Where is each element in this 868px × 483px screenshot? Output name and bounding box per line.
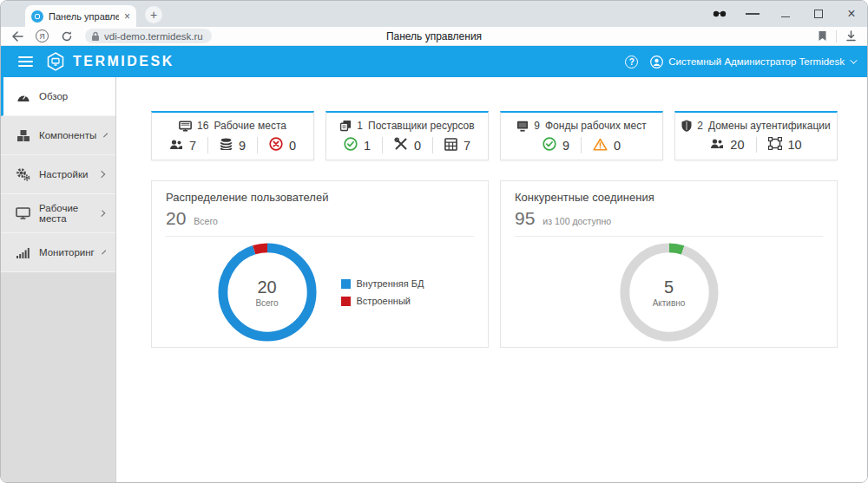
legend-label: Внутренняя БД xyxy=(357,278,424,289)
tab-close-icon[interactable]: × xyxy=(124,11,130,22)
downloads-icon[interactable] xyxy=(845,30,857,42)
stat-total-table: 7 xyxy=(432,137,482,153)
user-name: Системный Администратор Termidesk xyxy=(668,56,845,67)
donut-center: 5 Активно xyxy=(618,241,720,343)
donut-chart-users: 20 Всего xyxy=(216,241,319,343)
stat-card-auth-domains: 2 Домены аутентификации 20 xyxy=(674,111,838,160)
stack-icon xyxy=(220,138,233,153)
chevron-right-icon xyxy=(98,171,105,178)
donut-center-value: 20 xyxy=(257,277,276,297)
stat-value: 1 xyxy=(364,139,371,153)
sidebar-label: Мониторинг xyxy=(39,247,95,258)
user-menu[interactable]: Системный Администратор Termidesk xyxy=(650,55,855,69)
refresh-icon[interactable] xyxy=(61,30,73,42)
stat-groups: 10 xyxy=(756,137,813,153)
sidebar-item-monitoring[interactable]: Мониторинг xyxy=(1,233,115,272)
sidebar-item-settings[interactable]: Настройки xyxy=(1,155,115,194)
lock-icon xyxy=(91,31,100,42)
termidesk-logo: TERMIDESK xyxy=(45,51,174,72)
stat-value: 7 xyxy=(189,139,196,153)
stat-values: 9 0 xyxy=(501,137,662,153)
chart-title: Распределение пользователей xyxy=(166,191,474,204)
termidesk-favicon-icon xyxy=(31,10,43,23)
tools-icon xyxy=(394,137,408,153)
main-content: 16 Рабочие места 7 xyxy=(116,77,867,483)
address-bar[interactable]: vdi-demo.termidesk.ru xyxy=(85,29,212,43)
error-circle-icon xyxy=(269,137,283,153)
legend-item: Внутренняя БД xyxy=(341,278,424,289)
stat-label: Поставщики ресурсов xyxy=(368,120,475,132)
new-tab-button[interactable]: + xyxy=(145,6,162,23)
chart-body: 20 Всего Внутренняя БД Встроенны xyxy=(166,237,474,348)
legend-item: Встроенный xyxy=(341,296,424,306)
hamburger-menu-icon[interactable] xyxy=(18,54,33,69)
stat-card-title: 16 Рабочие места xyxy=(152,120,313,132)
maximize-button[interactable] xyxy=(812,7,825,21)
app-body: Обзор Компоненты Настройки xyxy=(1,77,867,483)
sidebar: Обзор Компоненты Настройки xyxy=(1,77,116,483)
stat-value: 0 xyxy=(289,139,296,153)
summary-label: из 100 доступно xyxy=(542,216,611,226)
avatar-icon xyxy=(650,55,663,69)
minimize-button[interactable] xyxy=(779,7,792,21)
donut-center-label: Активно xyxy=(653,298,686,308)
legend-label: Встроенный xyxy=(357,296,411,306)
check-circle-icon xyxy=(542,137,556,153)
back-button[interactable] xyxy=(11,31,23,42)
sidebar-item-components[interactable]: Компоненты xyxy=(1,116,115,155)
sidebar-item-workplaces[interactable]: Рабочие места xyxy=(1,194,115,233)
summary-value: 20 xyxy=(166,208,186,229)
stat-count: 16 xyxy=(197,120,208,132)
stat-users: 7 xyxy=(158,137,207,153)
bar-chart-icon xyxy=(16,247,30,258)
sidebar-label: Рабочие места xyxy=(39,203,91,224)
object-group-icon xyxy=(768,137,782,153)
logo-text: TERMIDESK xyxy=(73,54,174,69)
warning-icon xyxy=(593,138,608,153)
chevron-down-icon xyxy=(850,56,857,63)
stat-count: 2 xyxy=(697,120,703,132)
stat-label: Фонды рабочих мест xyxy=(545,120,647,132)
navbar-divider xyxy=(836,30,837,42)
browser-logo-icon[interactable]: Я xyxy=(36,29,49,42)
donut-chart-connections: 5 Активно xyxy=(618,241,720,343)
url-text: vdi-demo.termidesk.ru xyxy=(104,31,203,42)
users-icon xyxy=(710,138,724,152)
stat-label: Рабочие места xyxy=(214,120,286,132)
stat-card-workplaces: 16 Рабочие места 7 xyxy=(151,111,314,160)
header-right: ? Системный Администратор Termidesk xyxy=(625,55,855,69)
incognito-glasses-icon xyxy=(713,7,727,21)
close-window-button[interactable]: × xyxy=(845,7,858,21)
stat-count: 1 xyxy=(357,120,363,132)
table-icon xyxy=(444,138,457,153)
stat-value: 20 xyxy=(730,138,744,152)
legend-swatch-red xyxy=(341,297,351,306)
copy-icon xyxy=(339,120,352,132)
tab-title: Панель управления xyxy=(49,11,119,22)
stat-label: Домены аутентификации xyxy=(708,120,831,132)
summary-label: Всего xyxy=(194,216,218,226)
stat-users: 20 xyxy=(699,137,755,153)
stat-card-title: 9 Фонды рабочих мест xyxy=(501,120,662,132)
chart-card-user-distribution: Распределение пользователей 20 Всего 20 … xyxy=(151,180,489,348)
browser-tab[interactable]: Панель управления × xyxy=(25,5,136,27)
check-circle-icon xyxy=(344,137,358,153)
navbar-right xyxy=(818,30,857,42)
chevron-right-icon xyxy=(103,134,108,138)
legend-swatch-blue xyxy=(341,279,351,289)
stat-value: 0 xyxy=(414,139,421,153)
monitor-icon xyxy=(179,121,192,132)
stat-warnings: 0 xyxy=(581,137,632,153)
app-header: TERMIDESK ? Системный Администратор Term… xyxy=(1,46,867,77)
browser-menu-icon[interactable] xyxy=(746,7,760,21)
chart-cards-row: Распределение пользователей 20 Всего 20 … xyxy=(151,180,838,348)
sidebar-label: Настройки xyxy=(39,169,88,179)
stat-card-title: 1 Поставщики ресурсов xyxy=(326,120,488,132)
stat-value: 0 xyxy=(614,139,621,153)
help-icon[interactable]: ? xyxy=(625,55,638,69)
window-controls: × xyxy=(713,1,858,27)
sidebar-item-overview[interactable]: Обзор xyxy=(1,77,115,116)
chart-body: 5 Активно xyxy=(515,237,823,348)
stat-value: 9 xyxy=(562,139,569,153)
bookmark-icon[interactable] xyxy=(818,30,827,42)
